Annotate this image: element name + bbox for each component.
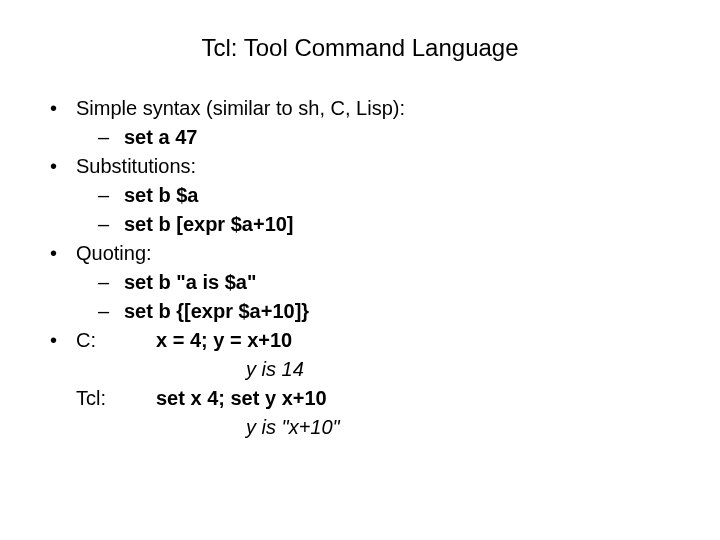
bullet-substitutions-ex2: set b [expr $a+10]	[36, 210, 684, 239]
comparison-c-result: y is 14	[36, 355, 684, 384]
bullet-quoting-ex2: set b {[expr $a+10]}	[36, 297, 684, 326]
bullet-quoting: Quoting:	[36, 239, 684, 268]
comparison-c-label: C:	[76, 326, 156, 355]
bullet-syntax: Simple syntax (similar to sh, C, Lisp):	[36, 94, 684, 123]
bullet-quoting-ex1: set b "a is $a"	[36, 268, 684, 297]
bullet-substitutions-ex1: set b $a	[36, 181, 684, 210]
comparison-c-code: x = 4; y = x+10	[156, 326, 292, 355]
comparison-tcl-row: Tcl: set x 4; set y x+10	[36, 384, 684, 413]
slide: Tcl: Tool Command Language Simple syntax…	[0, 0, 720, 540]
comparison-tcl-code: set x 4; set y x+10	[156, 384, 327, 413]
bullet-substitutions: Substitutions:	[36, 152, 684, 181]
comparison-tcl-result: y is "x+10"	[36, 413, 684, 442]
bullet-syntax-ex1: set a 47	[36, 123, 684, 152]
comparison-tcl-label: Tcl:	[76, 384, 156, 413]
comparison-c-row: • C: x = 4; y = x+10	[36, 326, 684, 355]
slide-body: Simple syntax (similar to sh, C, Lisp): …	[36, 94, 684, 442]
bullet-marker: •	[36, 326, 76, 355]
slide-title: Tcl: Tool Command Language	[36, 34, 684, 62]
